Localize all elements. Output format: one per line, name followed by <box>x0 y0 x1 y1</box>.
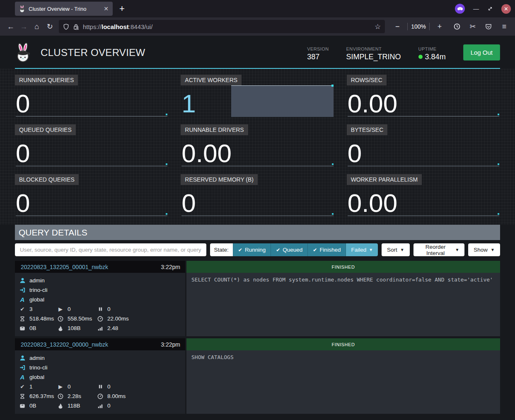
wall-time-hourglass-icon <box>19 393 26 399</box>
cumulative-memory-bars-icon <box>97 403 104 409</box>
reload-button[interactable]: ↻ <box>43 20 56 33</box>
source-signin-icon <box>19 287 26 293</box>
running-splits-play-icon: ▶ <box>57 306 64 312</box>
state-filter-label: State: <box>210 243 233 256</box>
cpu-time-gauge-icon <box>97 316 104 322</box>
zoom-out-button[interactable]: − <box>391 20 404 33</box>
menu-hamburger-icon[interactable]: ≡ <box>498 20 511 33</box>
query-id-link[interactable]: 20220823_132202_00000_nwbzk <box>21 341 108 348</box>
query-sql-text: SHOW CATALOGS <box>186 350 500 414</box>
query-sql-text: SELECT COUNT(*) as nodes FROM system.run… <box>186 273 500 336</box>
query-state-badge: FINISHED <box>331 342 355 347</box>
stat-card-rows-sec: ROWS/SEC 0.00 <box>347 75 500 119</box>
current-memory-scale-icon <box>19 325 26 331</box>
query-time: 3:22pm <box>161 341 180 348</box>
environment-stat: ENVIRONMENT SIMPLE_TRINO <box>346 46 401 61</box>
query-row: 20220823_132202_00000_nwbzk 3:22pm FINIS… <box>15 338 500 414</box>
query-details-header: QUERY DETAILS <box>15 225 500 240</box>
stat-card-reserved-memory: RESERVED MEMORY (B) 0 <box>181 174 334 218</box>
query-state-bar: FINISHED <box>186 338 500 350</box>
version-stat: VERSION 387 <box>307 46 329 61</box>
private-browsing-icon <box>455 4 465 14</box>
completed-splits-check-icon: ✔ <box>19 306 26 312</box>
forward-button[interactable]: → <box>17 20 30 33</box>
sort-dropdown[interactable]: Sort ▼ <box>382 243 410 256</box>
tab-title: Cluster Overview - Trino <box>29 6 99 12</box>
bookmark-star-icon[interactable]: ☆ <box>375 22 381 31</box>
logout-button[interactable]: Log Out <box>463 44 500 61</box>
queued-splits-pause-icon <box>97 384 104 389</box>
wall-time-hourglass-icon <box>19 316 26 322</box>
stat-card-queued-queries: QUEUED QUERIES 0 <box>15 124 168 168</box>
uptime-value: 3.84m <box>425 53 446 61</box>
show-dropdown[interactable]: Show ▼ <box>468 243 500 256</box>
query-state-bar: FINISHED <box>186 261 500 273</box>
zoom-in-button[interactable]: + <box>433 20 446 33</box>
stat-card-blocked-queries: BLOCKED QUERIES 0 <box>15 174 168 218</box>
query-id-link[interactable]: 20220823_132205_00001_nwbzk <box>21 264 108 270</box>
sparkline <box>181 216 333 216</box>
shield-icon[interactable] <box>63 24 69 30</box>
sparkline <box>16 216 167 216</box>
window-close-button[interactable]: ✕ <box>501 4 511 14</box>
history-clock-icon[interactable] <box>450 20 464 33</box>
stat-card-worker-parallelism: WORKER PARALLELISM 0.00 <box>347 174 500 218</box>
query-resource-group: global <box>29 296 44 303</box>
query-stats-panel: admin trino-cli A global ✔3 ▶0 0 518.48m… <box>15 273 185 336</box>
new-tab-button[interactable]: + <box>119 3 125 14</box>
resource-group-icon: A <box>19 374 26 381</box>
query-source: trino-cli <box>29 364 48 371</box>
tab-close-icon[interactable]: ✕ <box>103 5 109 12</box>
window-minimize-button[interactable]: — <box>473 5 479 12</box>
user-icon <box>19 355 26 361</box>
query-header: 20220823_132202_00000_nwbzk 3:22pm <box>15 338 185 350</box>
stat-card-runnable-drivers: RUNNABLE DRIVERS 0.00 <box>181 124 334 168</box>
screenshot-scissors-icon[interactable]: ✂ <box>466 20 479 33</box>
check-icon: ✔ <box>313 247 317 253</box>
reorder-interval-dropdown[interactable]: Reorder Interval ▼ <box>413 243 465 256</box>
cumulative-memory-bars-icon <box>97 325 104 331</box>
completed-splits-check-icon: ✔ <box>19 384 26 390</box>
check-icon: ✔ <box>238 247 242 253</box>
elapsed-time-clock-icon <box>57 316 64 322</box>
query-search-input[interactable] <box>15 243 206 256</box>
state-filter-finished[interactable]: ✔ Finished <box>307 243 346 256</box>
user-icon <box>19 277 26 284</box>
source-signin-icon <box>19 364 26 371</box>
zoom-level[interactable]: 100% <box>411 23 426 30</box>
browser-toolbar: ← → ⌂ ↻ https://localhost:8443/ui/ ☆ − 1… <box>0 17 515 36</box>
query-header: 20220823_132205_00001_nwbzk 3:22pm <box>15 261 185 273</box>
query-user: admin <box>29 355 45 361</box>
stat-card-bytes-sec: BYTES/SEC 0 <box>347 124 500 168</box>
page-header: CLUSTER OVERVIEW VERSION 387 ENVIRONMENT… <box>15 36 500 69</box>
back-button[interactable]: ← <box>4 20 17 33</box>
stat-card-running-queries: RUNNING QUERIES 0 <box>15 75 168 119</box>
queued-splits-pause-icon <box>97 306 104 312</box>
sparkline <box>16 166 167 166</box>
version-value: 387 <box>307 53 329 61</box>
sparkline-area <box>231 85 333 117</box>
elapsed-time-clock-icon <box>57 393 64 399</box>
stat-card-active-workers: ACTIVE WORKERS 1 <box>181 75 334 119</box>
pocket-icon[interactable] <box>482 20 495 33</box>
sparkline <box>16 116 167 117</box>
url-bar[interactable]: https://localhost:8443/ui/ ☆ <box>59 20 385 33</box>
cluster-stats-section: RUNNING QUERIES 0 ACTIVE WORKERS 1 ROWS/… <box>0 69 515 225</box>
state-filter-queued[interactable]: ✔ Queued <box>271 243 307 256</box>
page-title: CLUSTER OVERVIEW <box>41 47 145 58</box>
query-filter-toolbar: State: ✔ Running ✔ Queued ✔ Finished Fai… <box>15 243 500 256</box>
trino-logo <box>15 42 31 63</box>
chevron-down-icon: ▼ <box>369 248 373 252</box>
home-button[interactable]: ⌂ <box>30 20 43 33</box>
sparkline <box>348 166 499 166</box>
state-filter-running[interactable]: ✔ Running <box>233 243 271 256</box>
lock-warning-icon[interactable] <box>73 24 79 30</box>
query-row: 20220823_132205_00001_nwbzk 3:22pm FINIS… <box>15 261 500 336</box>
check-icon: ✔ <box>276 247 280 253</box>
browser-tab-bar: Cluster Overview - Trino ✕ + — ✕ <box>0 0 515 17</box>
resource-group-icon: A <box>19 296 26 303</box>
browser-tab[interactable]: Cluster Overview - Trino ✕ <box>15 2 113 16</box>
state-filter-failed-dropdown[interactable]: Failed ▼ <box>346 243 378 256</box>
window-restore-button[interactable] <box>487 6 493 12</box>
query-user: admin <box>29 277 45 284</box>
